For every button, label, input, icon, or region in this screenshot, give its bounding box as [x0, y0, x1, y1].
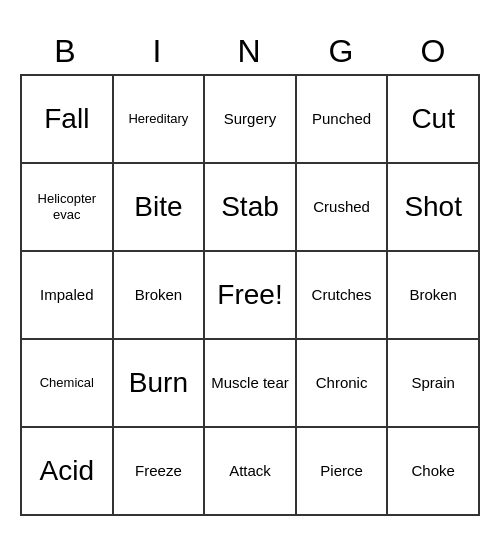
header-letter-n: N: [204, 29, 296, 74]
bingo-header: BINGO: [20, 29, 480, 74]
header-letter-i: I: [112, 29, 204, 74]
cell-r0-c2: Surgery: [205, 76, 297, 164]
cell-r4-c1: Freeze: [114, 428, 206, 516]
cell-r2-c3: Crutches: [297, 252, 389, 340]
cell-r4-c0: Acid: [22, 428, 114, 516]
cell-r4-c3: Pierce: [297, 428, 389, 516]
cell-r3-c2: Muscle tear: [205, 340, 297, 428]
header-letter-g: G: [296, 29, 388, 74]
cell-r0-c3: Punched: [297, 76, 389, 164]
cell-r4-c4: Choke: [388, 428, 480, 516]
cell-r0-c1: Hereditary: [114, 76, 206, 164]
cell-r1-c1: Bite: [114, 164, 206, 252]
cell-r2-c1: Broken: [114, 252, 206, 340]
cell-r4-c2: Attack: [205, 428, 297, 516]
header-letter-b: B: [20, 29, 112, 74]
bingo-card: BINGO FallHereditarySurgeryPunchedCutHel…: [20, 29, 480, 516]
cell-r1-c4: Shot: [388, 164, 480, 252]
bingo-grid: FallHereditarySurgeryPunchedCutHelicopte…: [20, 74, 480, 516]
cell-r2-c2: Free!: [205, 252, 297, 340]
cell-r3-c4: Sprain: [388, 340, 480, 428]
cell-r3-c3: Chronic: [297, 340, 389, 428]
cell-r2-c4: Broken: [388, 252, 480, 340]
cell-r3-c1: Burn: [114, 340, 206, 428]
cell-r1-c0: Helicopter evac: [22, 164, 114, 252]
cell-r2-c0: Impaled: [22, 252, 114, 340]
cell-r1-c3: Crushed: [297, 164, 389, 252]
header-letter-o: O: [388, 29, 480, 74]
cell-r0-c0: Fall: [22, 76, 114, 164]
cell-r3-c0: Chemical: [22, 340, 114, 428]
cell-r1-c2: Stab: [205, 164, 297, 252]
cell-r0-c4: Cut: [388, 76, 480, 164]
